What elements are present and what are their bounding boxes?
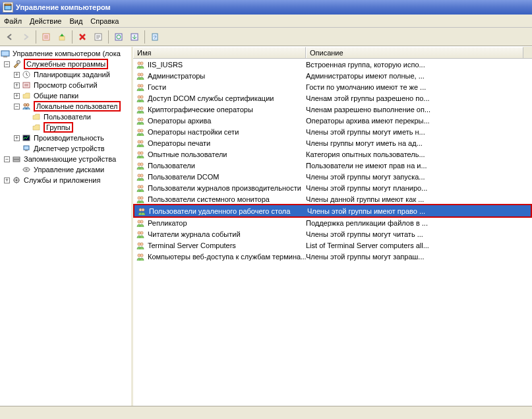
app-icon (3, 2, 13, 13)
row-name: Пользователи журналов производительности (148, 184, 301, 192)
clock-icon (21, 69, 32, 80)
tree-shared-folders[interactable]: + Общие папки (0, 90, 131, 101)
help-button[interactable]: ? (148, 30, 162, 44)
list-row[interactable]: РепликаторПоддержка репликации файлов в … (133, 217, 532, 228)
list-row[interactable]: Опытные пользователиКатегория опытных по… (133, 148, 532, 160)
svg-point-39 (140, 129, 143, 131)
row-name: Пользователи удаленного рабочего стола (149, 207, 290, 215)
list-pane[interactable]: Имя Описание IIS_IUSRSВстроенная группа,… (133, 47, 532, 406)
tree-performance[interactable]: + Производительность (0, 133, 131, 143)
tree-services[interactable]: + Службы и приложения (0, 175, 131, 185)
row-desc: Члены этой группы имеют право ... (307, 207, 525, 215)
list-row[interactable]: Доступ DCOM службы сертификацииЧленам эт… (133, 92, 532, 104)
expand-icon[interactable]: + (14, 82, 20, 88)
highlight: Группы (44, 122, 73, 133)
tree-event-viewer[interactable]: + Просмотр событий (0, 80, 131, 90)
disk-icon (21, 164, 32, 175)
refresh-button[interactable] (111, 30, 126, 44)
menu-view[interactable]: Вид (69, 17, 82, 25)
window-title: Управление компьютером (16, 3, 111, 11)
svg-point-28 (138, 73, 140, 75)
perf-icon (21, 133, 32, 143)
back-button[interactable] (3, 30, 17, 44)
row-name: Операторы печати (148, 139, 210, 147)
list-row[interactable]: Криптографические операторыЧленам разреш… (133, 104, 532, 115)
tree-users[interactable]: Пользователи (0, 112, 131, 122)
list-row[interactable]: Пользователи удаленного рабочего столаЧл… (133, 204, 532, 218)
list-row[interactable]: Операторы архиваОператоры архива имеют п… (133, 115, 532, 126)
list-row[interactable]: Операторы настройки сетиЧлены этой групп… (133, 126, 532, 137)
tools-icon (11, 59, 22, 69)
list-row[interactable]: Компьютеры веб-доступа к службам термина… (133, 251, 532, 262)
list-row[interactable]: АдминистраторыАдминистраторы имеют полны… (133, 70, 532, 81)
col-header-desc[interactable]: Описание (306, 47, 523, 58)
svg-rect-17 (23, 135, 30, 141)
expand-icon[interactable]: + (14, 93, 20, 99)
separator (144, 30, 145, 44)
svg-point-59 (140, 242, 143, 245)
tree-utilities[interactable]: − Служебные программы (0, 59, 131, 69)
delete-button[interactable] (75, 30, 90, 44)
tree-local-users[interactable]: − Локальные пользовател (0, 101, 131, 112)
export-button[interactable] (127, 30, 142, 44)
users-icon (21, 101, 32, 112)
menu-help[interactable]: Справка (90, 17, 119, 25)
tree-diskmgr[interactable]: Управление дисками (0, 164, 131, 175)
list-row[interactable]: ГостиГости по умолчанию имеют те же ... (133, 81, 532, 92)
folder-icon (31, 122, 42, 133)
expand-icon[interactable]: + (14, 72, 20, 78)
svg-rect-18 (24, 146, 29, 150)
expand-icon[interactable]: + (4, 177, 10, 183)
up-button[interactable] (55, 30, 69, 44)
group-icon (135, 93, 146, 104)
collapse-icon[interactable]: − (14, 104, 20, 110)
row-desc: Члены этой группы могут иметь н... (306, 128, 523, 136)
svg-point-50 (138, 196, 140, 199)
collapse-icon[interactable]: − (4, 156, 10, 162)
tree-devmgr[interactable]: Диспетчер устройств (0, 143, 131, 154)
svg-point-31 (140, 84, 143, 86)
tree-pane[interactable]: Управление компьютером (лока − Служебные… (0, 47, 133, 406)
group-icon (135, 71, 146, 81)
menu-bar: Файл Действие Вид Справка (0, 15, 532, 28)
row-desc: Членам этой группы разрешено по... (306, 94, 523, 102)
svg-point-43 (140, 151, 143, 154)
separator (36, 30, 36, 44)
list-row[interactable]: Пользователи DCOMЧлены этой группы могут… (133, 171, 532, 182)
svg-point-34 (138, 106, 140, 109)
group-icon (135, 138, 146, 148)
events-icon (21, 80, 32, 90)
svg-point-52 (139, 208, 142, 210)
action-button[interactable] (39, 30, 53, 44)
list-row[interactable]: ПользователиПользователи не имеют прав н… (133, 160, 532, 171)
list-row[interactable]: IIS_IUSRSВстроенная группа, которую испо… (133, 59, 532, 70)
row-name: Пользователи DCOM (148, 173, 219, 181)
list-row[interactable]: Terminal Server ComputersList of Termina… (133, 240, 532, 251)
tree-groups[interactable]: Группы (0, 122, 131, 133)
group-icon (135, 229, 146, 240)
tree-task-scheduler[interactable]: + Планировщик заданий (0, 69, 131, 80)
list-row[interactable]: Пользователи журналов производительности… (133, 182, 532, 193)
list-row[interactable]: Читатели журнала событийЧлены этой групп… (133, 228, 532, 240)
forward-button[interactable] (18, 30, 33, 44)
folder-icon (31, 112, 42, 122)
menu-file[interactable]: Файл (4, 17, 22, 25)
svg-rect-1 (5, 4, 11, 5)
svg-point-48 (138, 185, 140, 187)
col-header-name[interactable]: Имя (133, 47, 306, 58)
svg-point-44 (138, 162, 140, 165)
list-row[interactable]: Пользователи системного монитораЧлены да… (133, 193, 532, 205)
svg-point-27 (140, 61, 143, 64)
row-name: Криптографические операторы (148, 106, 253, 113)
list-row[interactable]: Операторы печатиЧлены группы могут иметь… (133, 137, 532, 148)
row-name: Репликатор (148, 219, 187, 227)
tree-storage[interactable]: − Запоминающие устройства (0, 154, 131, 164)
expand-icon[interactable]: + (14, 135, 20, 141)
row-desc: List of Terminal Server computers all... (306, 242, 523, 249)
properties-button[interactable] (91, 30, 105, 44)
menu-action[interactable]: Действие (30, 17, 61, 25)
tree-root[interactable]: Управление компьютером (лока (0, 48, 131, 59)
svg-point-58 (138, 242, 140, 245)
row-desc: Члены данной группы имеют как ... (306, 195, 523, 203)
collapse-icon[interactable]: − (4, 61, 10, 67)
